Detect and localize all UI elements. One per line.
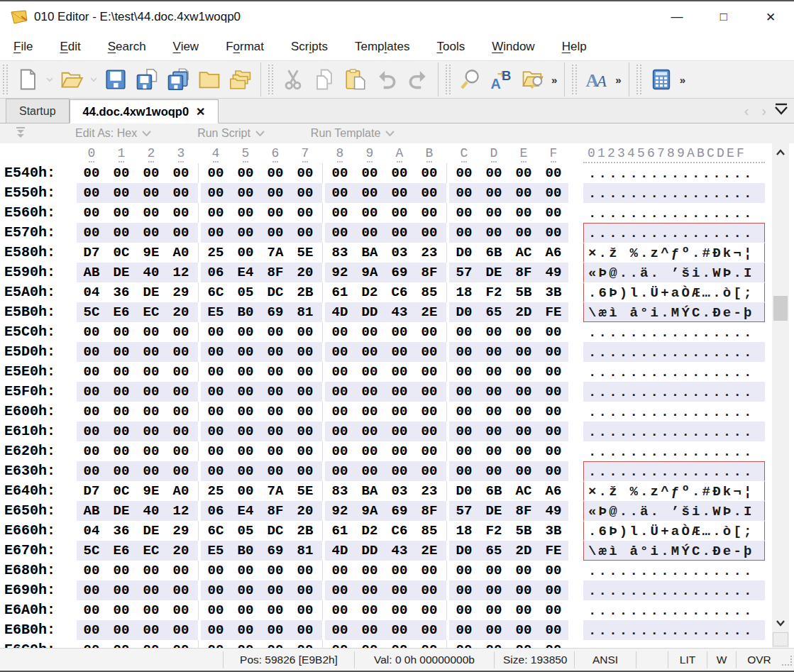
hex-byte-cell[interactable]: 00 <box>479 620 509 640</box>
ascii-cell[interactable]: ................ <box>583 561 765 580</box>
hex-byte-cell[interactable]: 00 <box>539 362 568 382</box>
hex-byte-cell[interactable]: 5C <box>77 302 106 322</box>
hex-byte-cell[interactable]: DC <box>260 521 290 541</box>
status-overwrite-toggle[interactable]: OVR <box>736 651 782 668</box>
hex-byte-cell[interactable]: 65 <box>479 302 509 322</box>
toolbar-grip[interactable] <box>3 65 8 94</box>
hex-byte-cell[interactable]: 00 <box>260 203 290 223</box>
hex-byte-cell[interactable]: 00 <box>201 402 231 422</box>
run-template-dropdown[interactable]: Run Template <box>311 127 395 140</box>
hex-byte-cell[interactable]: 9A <box>355 501 385 521</box>
hex-byte-cell[interactable]: 00 <box>290 322 320 342</box>
hex-byte-cell[interactable]: 00 <box>509 223 539 243</box>
hex-byte-cell[interactable]: 0C <box>106 243 136 263</box>
hex-byte-cell[interactable]: 5B <box>509 521 539 541</box>
hex-byte-cell[interactable]: D2 <box>355 282 385 302</box>
scroll-up-icon[interactable] <box>772 143 789 162</box>
ascii-cell[interactable]: «Þ@..ä. ’ši.WÞ.I <box>583 263 765 282</box>
hex-byte-cell[interactable]: 61 <box>325 521 355 541</box>
hex-byte-cell[interactable]: 00 <box>166 620 196 640</box>
hex-byte-cell[interactable]: 00 <box>325 422 355 441</box>
hex-byte-cell[interactable]: 00 <box>449 183 479 203</box>
hex-byte-cell[interactable]: BA <box>355 243 385 263</box>
hex-byte-cell[interactable]: 8F <box>509 501 539 521</box>
hex-byte-cell[interactable]: 00 <box>77 620 106 640</box>
hex-byte-cell[interactable]: 00 <box>325 561 355 580</box>
vertical-scrollbar[interactable] <box>772 143 789 649</box>
hex-byte-cell[interactable]: BA <box>355 481 385 501</box>
tab-scroll-right-icon[interactable]: › <box>755 103 773 119</box>
undo-button[interactable] <box>371 64 402 95</box>
hex-byte-cell[interactable]: 00 <box>290 402 320 422</box>
minimize-button[interactable]: — <box>654 1 700 33</box>
hex-byte-cell[interactable]: 00 <box>449 561 479 580</box>
hex-byte-cell[interactable]: 00 <box>509 580 539 600</box>
hex-byte-cell[interactable]: 8F <box>414 263 444 282</box>
hex-byte-cell[interactable]: 00 <box>106 580 136 600</box>
hex-byte-cell[interactable]: EC <box>136 541 166 561</box>
hex-byte-cell[interactable]: 00 <box>290 580 320 600</box>
hex-byte-cell[interactable]: 00 <box>414 382 444 402</box>
hex-byte-cell[interactable]: 00 <box>201 163 231 183</box>
hex-byte-cell[interactable]: 05 <box>231 521 260 541</box>
hex-byte-cell[interactable]: 00 <box>106 382 136 402</box>
hex-byte-cell[interactable]: 00 <box>201 441 231 461</box>
hex-byte-cell[interactable]: 00 <box>355 580 385 600</box>
ascii-cell[interactable]: ................ <box>583 223 765 243</box>
hex-byte-cell[interactable]: 00 <box>479 203 509 223</box>
hex-byte-cell[interactable]: 00 <box>449 223 479 243</box>
edit-as-dropdown[interactable]: Edit As: Hex <box>75 127 152 140</box>
hex-byte-cell[interactable]: A6 <box>539 243 568 263</box>
hex-byte-cell[interactable]: 00 <box>77 441 106 461</box>
hex-byte-cell[interactable]: DC <box>260 282 290 302</box>
hex-byte-cell[interactable]: 00 <box>106 461 136 481</box>
hex-byte-cell[interactable]: 00 <box>355 402 385 422</box>
hex-byte-cell[interactable]: 00 <box>479 163 509 183</box>
hex-byte-cell[interactable]: 00 <box>325 183 355 203</box>
hex-byte-cell[interactable]: 00 <box>290 422 320 441</box>
hex-byte-cell[interactable]: 00 <box>231 600 260 620</box>
hex-byte-cell[interactable]: 5E <box>290 243 320 263</box>
hex-byte-cell[interactable]: 00 <box>539 203 568 223</box>
hex-byte-cell[interactable]: 00 <box>136 600 166 620</box>
status-charset-toggle[interactable]: ANSI <box>574 651 636 668</box>
hex-byte-cell[interactable]: 00 <box>260 322 290 342</box>
hex-byte-cell[interactable]: 00 <box>355 322 385 342</box>
scroll-down-icon[interactable] <box>772 614 789 632</box>
hex-byte-cell[interactable]: 00 <box>539 441 568 461</box>
hex-byte-cell[interactable]: 00 <box>231 243 260 263</box>
hex-byte-cell[interactable]: 00 <box>77 203 106 223</box>
hex-byte-cell[interactable]: 00 <box>260 342 290 362</box>
menu-help[interactable]: Help <box>548 40 600 54</box>
hex-byte-cell[interactable]: 7A <box>260 481 290 501</box>
hex-byte-cell[interactable]: 00 <box>325 163 355 183</box>
hex-byte-cell[interactable]: 00 <box>509 402 539 422</box>
hex-byte-cell[interactable]: 4D <box>325 541 355 561</box>
hex-byte-cell[interactable]: 2B <box>290 521 320 541</box>
new-file-dropdown-chevron-icon[interactable] <box>43 64 56 95</box>
hex-byte-cell[interactable]: B0 <box>231 541 260 561</box>
hex-byte-cell[interactable]: 65 <box>479 541 509 561</box>
hex-byte-cell[interactable]: 00 <box>539 600 568 620</box>
hex-byte-cell[interactable]: 00 <box>385 223 414 243</box>
new-file-button[interactable] <box>12 64 43 95</box>
hex-byte-cell[interactable]: 00 <box>414 580 444 600</box>
hex-byte-cell[interactable]: D0 <box>449 243 479 263</box>
hex-byte-cell[interactable]: AB <box>77 263 106 282</box>
hex-byte-cell[interactable]: E6 <box>106 302 136 322</box>
hex-byte-cell[interactable]: 00 <box>136 461 166 481</box>
hex-byte-cell[interactable]: 00 <box>355 422 385 441</box>
hex-byte-cell[interactable]: 00 <box>414 183 444 203</box>
hex-byte-cell[interactable]: 06 <box>201 263 231 282</box>
toolbar-grip[interactable] <box>446 65 451 94</box>
hex-byte-cell[interactable]: 00 <box>509 600 539 620</box>
hex-byte-cell[interactable]: 25 <box>201 481 231 501</box>
hex-byte-cell[interactable]: 00 <box>325 223 355 243</box>
hex-byte-cell[interactable]: 00 <box>231 481 260 501</box>
menu-edit[interactable]: Edit <box>46 40 94 54</box>
hex-byte-cell[interactable]: 00 <box>539 580 568 600</box>
hex-byte-cell[interactable]: 00 <box>231 561 260 580</box>
hex-byte-cell[interactable]: 00 <box>166 461 196 481</box>
hex-byte-cell[interactable]: 00 <box>231 620 260 640</box>
hex-byte-cell[interactable]: 00 <box>325 362 355 382</box>
